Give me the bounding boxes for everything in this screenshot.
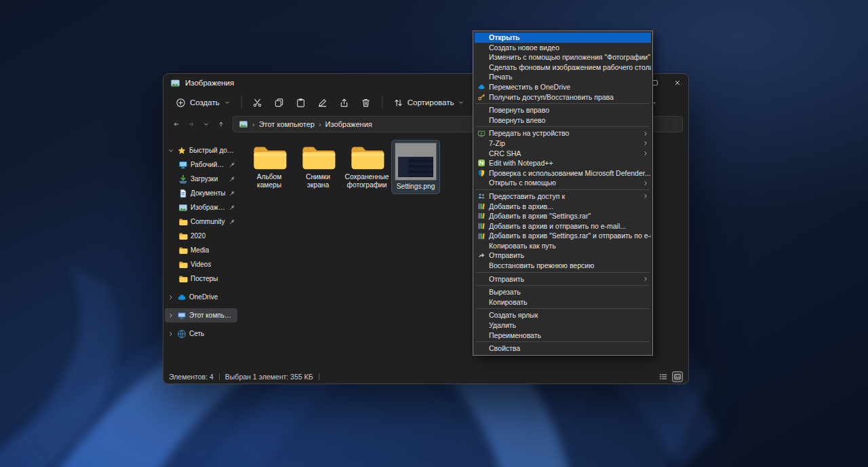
context-menu-item-label: Создать новое видео: [489, 43, 559, 53]
context-menu-item[interactable]: Печать: [475, 72, 651, 82]
onedrive-icon: [177, 293, 186, 302]
folder-tile[interactable]: Снимки экрана: [294, 141, 342, 192]
context-menu-item-label: Копировать: [489, 297, 528, 307]
context-menu-item-label: Переместить в OneDrive: [489, 82, 570, 92]
context-menu-item-label: Добавить в архив "Settings.rar": [489, 211, 591, 221]
file-name-label: Снимки экрана: [296, 173, 340, 189]
context-menu-item[interactable]: Добавить в архив "Settings.rar" и отправ…: [475, 231, 651, 241]
context-menu-item-label: Отправить: [489, 274, 524, 284]
toolbar-separator: [241, 96, 242, 109]
folder-tile[interactable]: Альбом камеры: [245, 141, 293, 192]
window-title: Изображения: [185, 79, 234, 87]
delete-button[interactable]: [356, 94, 376, 111]
sidebar-item[interactable]: Videos: [165, 257, 237, 272]
view-toggles: [658, 371, 683, 382]
context-menu-item[interactable]: Добавить в архив...: [475, 202, 651, 212]
sort-arrows-icon: [393, 98, 403, 108]
context-menu-item[interactable]: Изменить с помощью приложения "Фотографи…: [475, 52, 651, 62]
context-menu-item[interactable]: Проверка с использованием Microsoft Defe…: [475, 168, 651, 179]
sidebar-item[interactable]: Изображения: [165, 200, 237, 214]
context-menu-item[interactable]: Переместить в OneDrive: [475, 82, 651, 92]
thumbnails-view-button[interactable]: [672, 371, 683, 382]
sidebar-item[interactable]: Рабочий стол: [165, 157, 237, 172]
file-name-label: Settings.png: [397, 183, 435, 191]
context-menu-item[interactable]: Сделать фоновым изображением рабочего ст…: [475, 62, 651, 73]
sidebar-item[interactable]: Загрузки: [165, 172, 237, 186]
pictures-folder-icon: [170, 78, 180, 88]
up-button[interactable]: [214, 116, 229, 132]
context-menu-item[interactable]: Копировать как путь: [475, 241, 651, 251]
sidebar-item-label: Загрузки: [191, 175, 218, 183]
sidebar-item[interactable]: Быстрый доступ: [165, 143, 237, 157]
sidebar-item-label: Сеть: [189, 330, 204, 337]
folder-tile[interactable]: Сохраненные фотографии: [343, 141, 391, 192]
copy-button[interactable]: [269, 94, 290, 111]
context-menu-item[interactable]: CRC SHA: [475, 149, 651, 159]
pin-icon: [229, 176, 235, 183]
context-menu-item[interactable]: Открыть: [475, 33, 651, 43]
context-menu-item[interactable]: Создать новое видео: [475, 43, 651, 53]
context-menu-item[interactable]: Отправить: [475, 274, 651, 284]
context-menu-item-label: Изменить с помощью приложения "Фотографи…: [489, 52, 650, 62]
winrar-icon: [477, 232, 486, 240]
sidebar-item[interactable]: Сеть: [165, 326, 237, 341]
context-menu-item-label: Восстановить прежнюю версию: [489, 261, 594, 271]
file-name-label: Сохраненные фотографии: [344, 173, 389, 189]
pin-icon: [229, 162, 235, 168]
rename-button[interactable]: [313, 94, 333, 111]
breadcrumb-pictures[interactable]: Изображения: [326, 120, 372, 128]
sort-button[interactable]: Сортировать: [388, 94, 471, 111]
context-menu-item[interactable]: Отправить: [475, 250, 651, 261]
context-menu-item[interactable]: Добавить в архив "Settings.rar": [475, 211, 651, 221]
context-menu-item[interactable]: Копировать: [475, 297, 651, 307]
close-button[interactable]: [666, 74, 688, 92]
pin-icon: [229, 204, 235, 211]
sidebar-item-label: Документы: [191, 189, 226, 197]
recent-locations-button[interactable]: [199, 116, 214, 132]
context-menu-item[interactable]: Edit with Notepad++: [475, 158, 651, 168]
context-menu-item[interactable]: 7-Zip: [475, 138, 651, 149]
new-button[interactable]: Создать: [170, 94, 236, 111]
context-menu-item[interactable]: Повернуть влево: [475, 115, 651, 126]
context-menu-item[interactable]: Восстановить прежнюю версию: [475, 261, 651, 271]
forward-button[interactable]: [184, 116, 199, 132]
sidebar-item[interactable]: Community: [165, 214, 237, 229]
share-button[interactable]: [334, 94, 355, 111]
sidebar-item[interactable]: Документы: [165, 186, 237, 200]
breadcrumb-this-pc[interactable]: Этот компьютер: [259, 120, 315, 128]
context-menu-item[interactable]: Открыть с помощью: [475, 178, 651, 188]
context-menu-item[interactable]: Создать ярлык: [475, 310, 651, 320]
back-button[interactable]: [169, 116, 184, 132]
cut-button[interactable]: [248, 94, 268, 111]
context-menu-item[interactable]: Добавить в архив и отправить по e-mail..…: [475, 221, 651, 231]
pencil-icon: [317, 98, 328, 108]
sidebar-item[interactable]: Этот компьютер: [165, 308, 237, 322]
sidebar-item[interactable]: 2020: [165, 229, 237, 243]
chevron-right-icon: [642, 180, 649, 187]
breadcrumb-separator: [319, 120, 321, 128]
sidebar-item[interactable]: OneDrive: [165, 290, 237, 304]
details-view-button[interactable]: [658, 371, 669, 382]
context-menu-item[interactable]: Удалить: [475, 320, 651, 331]
sidebar-item[interactable]: Постеры: [165, 272, 237, 286]
share-icon: [339, 98, 349, 108]
image-thumbnail: [395, 143, 437, 181]
context-menu-item[interactable]: Предоставить доступ к: [475, 191, 651, 202]
context-menu-item[interactable]: Вырезать: [475, 287, 651, 297]
context-menu-item[interactable]: Передать на устройство: [475, 128, 651, 138]
context-menu-item-label: Добавить в архив...: [489, 202, 553, 212]
context-menu-item[interactable]: Свойства: [475, 343, 651, 354]
sidebar-item-label: 2020: [191, 232, 205, 240]
context-menu-item-label: Переименовать: [489, 331, 541, 341]
scissors-icon: [252, 98, 262, 108]
sidebar-item-label: Рабочий стол: [191, 161, 226, 168]
paste-button[interactable]: [291, 94, 311, 111]
chevron-right-icon: [642, 140, 649, 147]
sidebar-item[interactable]: Media: [165, 243, 237, 257]
file-tile[interactable]: Settings.png: [392, 141, 439, 193]
context-menu-item[interactable]: Получить доступ/Восстановить права: [475, 92, 651, 102]
pin-icon: [229, 219, 235, 225]
context-menu-item[interactable]: Повернуть вправо: [475, 105, 651, 115]
context-menu-item[interactable]: Переименовать: [475, 331, 651, 341]
menu-separator: [476, 272, 650, 273]
